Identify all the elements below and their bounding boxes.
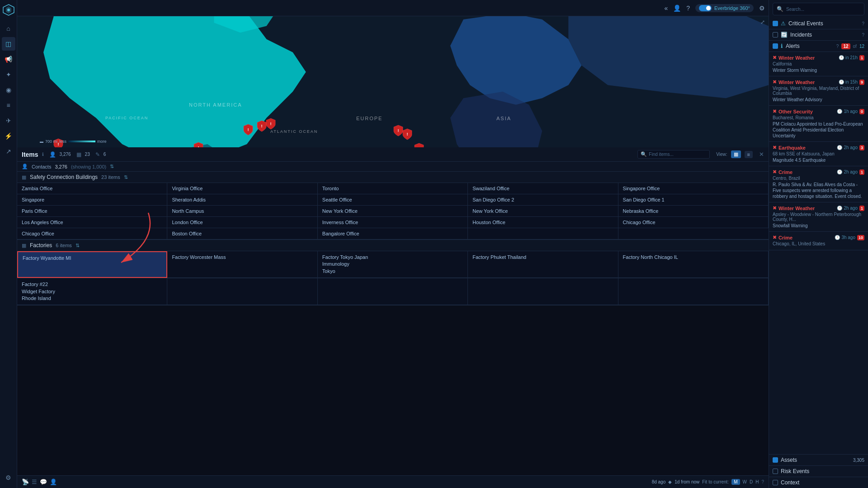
factory-extra-cell[interactable]: Factory #22 Widget Factory Rhode Island: [17, 278, 167, 305]
alerts-checkbox[interactable]: [773, 43, 778, 49]
alert-item[interactable]: ✖ Winter Weather 🕐 2h ago 1 Apsley - Woo…: [769, 202, 868, 232]
building-cell[interactable]: [468, 228, 618, 239]
fit-w-button[interactable]: W: [743, 479, 747, 484]
incidents-help[interactable]: ?: [862, 33, 864, 38]
user-icon[interactable]: 👤: [673, 5, 681, 12]
building-cell[interactable]: San Diego Office 2: [468, 194, 618, 206]
fit-h-button[interactable]: H: [755, 479, 759, 484]
factories-sort-icon[interactable]: ⇅: [75, 243, 80, 249]
building-cell[interactable]: Los Angeles Office: [17, 217, 167, 228]
building-cell[interactable]: Zambia Office: [17, 183, 167, 194]
critical-events-section[interactable]: ⚠ Critical Events ?: [769, 18, 868, 29]
sidebar-item-settings[interactable]: ⚙: [2, 471, 15, 484]
sidebar-item-rules[interactable]: ⚡: [2, 129, 15, 143]
factory-extra-cell[interactable]: [167, 278, 317, 305]
bottom-help-icon[interactable]: ?: [761, 479, 764, 484]
items-close-icon[interactable]: ✕: [759, 151, 764, 158]
building-cell[interactable]: Boston Office: [167, 228, 317, 239]
right-panel-search[interactable]: 🔍 Search...: [773, 3, 864, 15]
factory-cell[interactable]: Factory Worcester Mass: [167, 251, 317, 278]
risk-events-section[interactable]: Risk Events: [769, 466, 868, 477]
map-marker-5[interactable]: !: [266, 118, 276, 130]
context-checkbox[interactable]: [773, 480, 778, 485]
buildings-sort-icon[interactable]: ⇅: [124, 174, 128, 180]
rss-icon[interactable]: 📡: [22, 479, 29, 485]
sidebar-item-location[interactable]: ◉: [2, 83, 15, 97]
items-person-icon[interactable]: 👤: [49, 151, 56, 158]
building-cell[interactable]: Singapore Office: [618, 183, 769, 194]
sidebar-item-megaphone[interactable]: 📢: [2, 52, 15, 66]
items-info-icon[interactable]: ℹ: [42, 152, 44, 157]
factory-extra-cell[interactable]: [318, 278, 468, 305]
building-cell[interactable]: Virginia Office: [167, 183, 317, 194]
factory-extra-cell[interactable]: [618, 278, 769, 305]
building-cell[interactable]: Paris Office: [17, 206, 167, 217]
factory-extra-cell[interactable]: [468, 278, 618, 305]
sidebar-item-reports[interactable]: ≡: [2, 99, 15, 112]
factory-cell[interactable]: Factory North Chicago IL: [618, 251, 769, 278]
context-section[interactable]: Context: [769, 477, 868, 488]
building-cell[interactable]: Houston Office: [468, 217, 618, 228]
building-cell[interactable]: San Diego Office 1: [618, 194, 769, 206]
alert-item[interactable]: ✖ Crime 🕐 2h ago 1 Centro, BrazilR. Paul…: [769, 166, 868, 202]
map-marker-7[interactable]: !: [402, 128, 412, 140]
settings-icon[interactable]: ⚙: [759, 5, 765, 12]
map-marker-2[interactable]: !: [193, 142, 203, 147]
alert-item[interactable]: ✖ Winter Weather 🕐 in 21h 1 CaliforniaWi…: [769, 52, 868, 76]
alerts-help[interactable]: ?: [836, 44, 839, 49]
building-cell[interactable]: Chicago Office: [17, 228, 167, 239]
map-marker-4[interactable]: !: [257, 120, 267, 132]
sidebar-item-analytics[interactable]: ↗: [2, 145, 15, 158]
assets-section[interactable]: Assets 3,305: [769, 454, 868, 466]
factory-cell[interactable]: Factory Wyandotte MI: [17, 251, 167, 278]
map-marker-8[interactable]: !: [414, 143, 424, 147]
building-cell[interactable]: [618, 228, 769, 239]
view-list-button[interactable]: ≡: [745, 151, 753, 158]
sidebar-item-plane[interactable]: ✈: [2, 114, 15, 127]
building-cell[interactable]: Inverness Office: [318, 217, 468, 228]
map-marker-3[interactable]: !: [243, 124, 253, 136]
toggle-switch[interactable]: [699, 5, 712, 11]
building-cell[interactable]: Swaziland Office: [468, 183, 618, 194]
alert-item[interactable]: ✖ Earthquake 🕐 2h ago 3 68 km SSE of Kat…: [769, 142, 868, 166]
app-logo[interactable]: [2, 4, 15, 16]
building-cell[interactable]: New York Office: [318, 206, 468, 217]
collapse-icon[interactable]: «: [664, 5, 668, 12]
building-cell[interactable]: Chicago Office: [618, 217, 769, 228]
building-cell[interactable]: Sheraton Addis: [167, 194, 317, 206]
incidents-checkbox[interactable]: [773, 32, 778, 38]
alerts-section[interactable]: ℹ Alerts ? 12 of 12: [769, 41, 868, 52]
fit-m-button[interactable]: M: [731, 479, 740, 485]
building-cell[interactable]: Singapore: [17, 194, 167, 206]
view-grid-button[interactable]: ▦: [731, 150, 741, 158]
risk-events-checkbox[interactable]: [773, 469, 778, 474]
building-cell[interactable]: London Office: [167, 217, 317, 228]
building-cell[interactable]: Toronto: [318, 183, 468, 194]
contacts-sort-icon[interactable]: ⇅: [110, 164, 114, 169]
fit-d-button[interactable]: D: [750, 479, 753, 484]
map-area[interactable]: NORTH AMERICA EUROPE ASIA Pacific Ocean …: [17, 16, 769, 147]
alert-item[interactable]: ✖ Other Security 🕐 1h ago 0 Bucharest, R…: [769, 106, 868, 142]
building-cell[interactable]: Bangalore Office: [318, 228, 468, 239]
help-icon[interactable]: ?: [686, 5, 690, 12]
critical-events-checkbox[interactable]: [773, 21, 778, 26]
factory-cell[interactable]: Factory Tokyo Japan Immunology Tokyo: [318, 251, 468, 278]
items-grid-icon[interactable]: ▦: [76, 151, 81, 158]
person-icon[interactable]: 👤: [50, 479, 57, 485]
building-cell[interactable]: New York Office: [468, 206, 618, 217]
sidebar-item-contacts[interactable]: ✦: [2, 68, 15, 81]
map-marker-6[interactable]: !: [393, 125, 403, 136]
ev360-toggle[interactable]: Everbridge 360°: [695, 4, 754, 12]
items-edit-icon[interactable]: ✎: [95, 151, 100, 158]
factory-cell[interactable]: Factory Phuket Thailand: [468, 251, 618, 278]
alert-item[interactable]: ✖ Winter Weather 🕐 in 15h 9 Virginia, We…: [769, 76, 868, 106]
list-icon[interactable]: ☰: [32, 479, 37, 485]
sidebar-item-dashboard[interactable]: ◫: [2, 37, 15, 51]
sidebar-item-home[interactable]: ⌂: [2, 22, 15, 35]
map-expand-icon[interactable]: ⤢: [760, 19, 765, 25]
building-cell[interactable]: Seattle Office: [318, 194, 468, 206]
building-cell[interactable]: Nebraska Office: [618, 206, 769, 217]
building-cell[interactable]: North Campus: [167, 206, 317, 217]
critical-events-help[interactable]: ?: [862, 21, 864, 26]
incidents-section[interactable]: 🔄 Incidents ?: [769, 29, 868, 41]
